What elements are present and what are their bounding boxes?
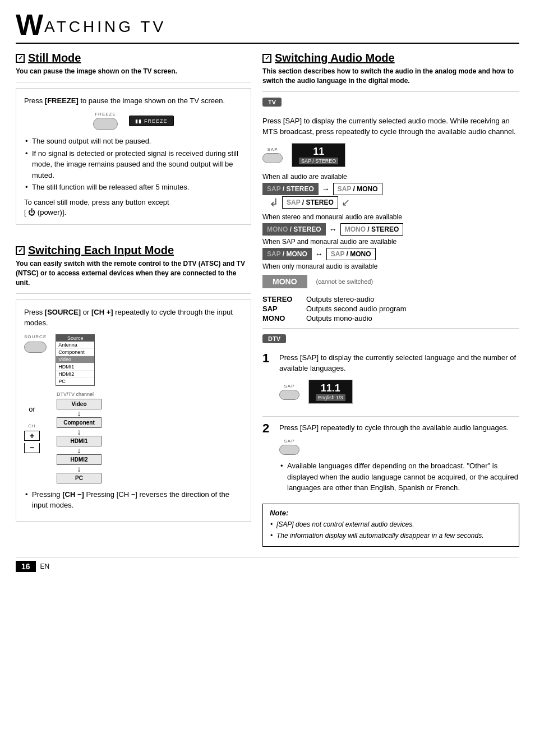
def-sap-term: SAP: [262, 305, 290, 313]
ch-remote: or CH + −: [24, 391, 40, 453]
cannot-switch: (cannot be switched): [316, 278, 373, 285]
audio-mode-heading: Switching Audio Mode: [262, 52, 519, 64]
audio-mode-title: Switching Audio Mode: [275, 52, 395, 64]
step-1-number: 1: [262, 352, 274, 409]
step2-bullets: Available languages differ depending on …: [279, 460, 519, 494]
freeze-bold: [FREEZE]: [45, 96, 79, 105]
channel-arrow-3: ↓: [57, 446, 102, 454]
tv-channel-sub: SAP / STEREO: [299, 158, 338, 164]
still-mode-content: Press [FREEZE] to pause the image shown …: [16, 88, 251, 225]
tv-channel-screen: 11 SAP / STEREO: [292, 143, 345, 167]
still-mode-bullets: The sound output will not be paused. If …: [24, 136, 243, 193]
page-en: EN: [40, 563, 50, 570]
note-item-1: [SAP] does not control external audio de…: [270, 519, 512, 529]
step2-sap-illustration: SAP: [279, 439, 519, 455]
two-col-layout: Still Mode You can pause the image shown…: [16, 52, 519, 547]
note-item-2: The information display will automatical…: [270, 531, 512, 541]
dtv-channel-label: DTV/TV channel: [57, 391, 102, 397]
sap-stereo-bottom: SAP / STEREO: [282, 196, 338, 209]
arrow-right-1: →: [322, 185, 330, 193]
still-mode-subtitle: You can pause the image shown on the TV …: [16, 67, 251, 76]
col-left: Still Mode You can pause the image shown…: [16, 52, 251, 547]
still-mode-body: Press [FREEZE] to pause the image shown …: [24, 95, 243, 107]
input-mode-title: Switching Each Input Mode: [28, 244, 174, 257]
source-bold: [SOURCE]: [45, 308, 81, 316]
col-right: Switching Audio Mode This section descri…: [262, 52, 519, 547]
spacer-left: [16, 231, 251, 244]
step-1-content: Press [SAP] to display the currently sel…: [279, 352, 519, 409]
freeze-remote-btn: FREEZE: [93, 112, 118, 130]
still-mode-divider: [16, 82, 251, 82]
page-number: 16: [16, 561, 36, 572]
bottom-row-wrap: ↲ SAP / STEREO ↙: [262, 196, 350, 209]
step-2-number: 2: [262, 422, 274, 497]
source-menu-item-hdmi2: HDMI2: [56, 371, 94, 378]
top-row: SAP / STEREO → SAP / MONO: [262, 183, 382, 195]
input-mode-bullets: Pressing [CH −] Pressing [CH −] reverses…: [24, 489, 243, 511]
audio-mode-checkbox-icon: [262, 54, 271, 63]
step2-sap-label: SAP: [284, 439, 294, 444]
input-mode-checkbox-icon: [16, 246, 25, 255]
input-mode-content: Press [SOURCE] or [CH +] repeatedly to c…: [16, 299, 251, 522]
def-mono-colon: [295, 314, 302, 322]
ch-minus-bold: [CH −]: [62, 490, 84, 499]
channel-arrow-1: ↓: [57, 409, 102, 417]
sap-illustration: SAP 11 SAP / STEREO: [262, 143, 519, 167]
curved-arrow-up: ↙: [342, 196, 350, 209]
source-illustration: SOURCE Source Antenna Component Video HD…: [24, 334, 243, 386]
step-divider: [262, 416, 519, 417]
input-mode-body: Press [SOURCE] or [CH +] repeatedly to c…: [24, 307, 243, 329]
channel-component: Component: [57, 417, 102, 428]
sap-oval-btn: [262, 153, 283, 163]
ch-plus-btn: +: [24, 431, 40, 441]
sap-stereo-box: SAP / STEREO: [262, 183, 319, 195]
dtv-step-1: 1 Press [SAP] to display the currently s…: [262, 352, 519, 409]
source-remote: SOURCE: [24, 334, 47, 353]
channel-video: Video: [57, 399, 102, 409]
still-mode-checkbox-icon: [16, 54, 25, 63]
still-mode-title: Still Mode: [28, 52, 81, 64]
tv-channel-num: 11: [313, 146, 324, 158]
def-sap-desc: Outputs second audio program: [306, 305, 519, 313]
note-box: Note: [SAP] does not control external au…: [262, 504, 519, 547]
dtv-divider: [262, 328, 519, 329]
mono-stereo-left: MONO / STEREO: [262, 223, 326, 236]
when-stereo-label: When stereo and monaural audio are avail…: [262, 213, 519, 221]
source-menu: Source Antenna Component Video HDMI1 HDM…: [56, 334, 95, 386]
audio-mode-divider: [262, 91, 519, 92]
header-w: W: [16, 10, 43, 39]
note-title: Note:: [270, 509, 512, 517]
when-all-label: When all audio are available: [262, 173, 519, 181]
input-mode-bullet-1: Pressing [CH −] Pressing [CH −] reverses…: [24, 489, 243, 511]
arrow-lr-2: ↔: [315, 250, 323, 259]
still-bullet-3: The still function will be released afte…: [24, 182, 243, 193]
input-mode-divider: [16, 293, 251, 294]
step1-sap-label: SAP: [284, 384, 294, 389]
curved-diagram: SAP / STEREO → SAP / MONO ↲ SAP / STEREO…: [262, 183, 382, 209]
tv-badge: TV: [262, 98, 282, 107]
mono-stereo-right: MONO / STEREO: [340, 223, 404, 236]
def-mono-desc: Outputs mono-audio: [306, 314, 519, 322]
step1-sap-illustration: SAP 11.1 English 1/3: [279, 380, 519, 404]
tv-badge-wrap: TV: [262, 98, 519, 111]
dtv-step-2: 2 Press [SAP] repeatedly to cycle throug…: [262, 422, 519, 497]
sap-mono-left: SAP / MONO: [262, 248, 312, 260]
ch-label: CH: [28, 423, 36, 428]
source-menu-item-pc: PC: [56, 378, 94, 385]
input-mode-subtitle: You can easily switch with the remote co…: [16, 259, 251, 287]
mono-only-box: MONO: [262, 275, 307, 288]
step1-channel-sub: English 1/3: [316, 394, 345, 401]
curved-arrow-left: ↲: [269, 197, 279, 208]
freeze-illustration: FREEZE ▮▮ FREEZE: [24, 112, 243, 130]
still-bullet-1: The sound output will not be paused.: [24, 136, 243, 147]
step2-sap-oval: [279, 445, 299, 455]
stereo-diagram: MONO / STEREO ↔ MONO / STEREO: [262, 223, 519, 236]
still-cancel-text: To cancel still mode, press any button e…: [24, 197, 243, 218]
def-stereo-colon: [295, 295, 302, 303]
channel-hdmi1: HDMI1: [57, 436, 102, 446]
still-bullet-2: If no signal is detected or protected si…: [24, 148, 243, 181]
step2-sap-btn: SAP: [279, 439, 299, 455]
sap-mono-box: SAP / MONO: [333, 183, 382, 195]
input-mode-heading: Switching Each Input Mode: [16, 244, 251, 257]
channel-arrow-4: ↓: [57, 465, 102, 473]
